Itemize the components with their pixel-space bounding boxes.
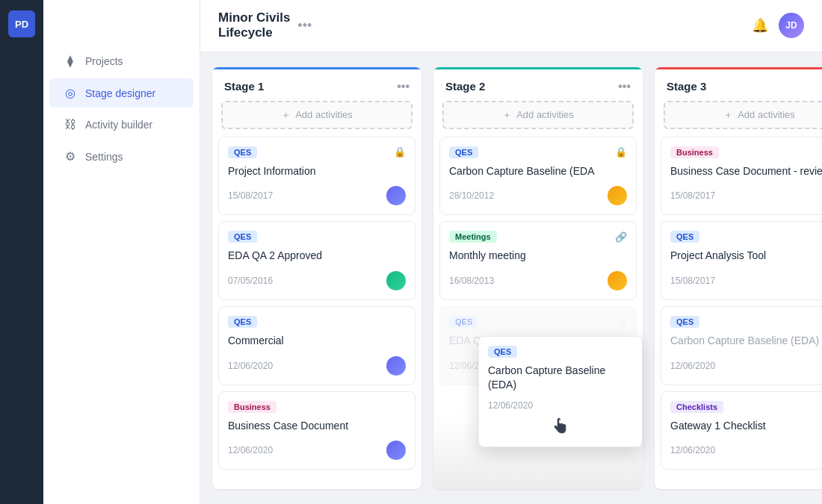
drag-tooltip-card: QES Carbon Capture Baseline (EDA) 12/06/… — [478, 336, 643, 447]
card-date: 12/06/2020 — [228, 361, 273, 371]
card-title: EDA QA 2 Approved — [228, 249, 406, 264]
link-icon: 🔗 — [615, 231, 627, 243]
col-more-stage1[interactable]: ••• — [397, 80, 410, 93]
avatar — [386, 271, 406, 290]
compass-icon: ◎ — [63, 86, 78, 100]
tag-qes: QES — [228, 146, 257, 158]
col-header-stage1: Stage 1 ••• — [212, 67, 421, 101]
tag-qes: QES — [228, 231, 257, 243]
user-avatar[interactable]: JD — [779, 13, 804, 38]
tag-qes: QES — [449, 316, 478, 328]
notification-bell-icon[interactable]: 🔔 — [752, 17, 768, 34]
card-title: Business Case Document - review — [670, 164, 822, 179]
sidebar-item-projects[interactable]: ⧫ Projects — [49, 46, 194, 75]
sidebar-item-projects-label: Projects — [85, 55, 123, 67]
card-date: 12/06/2020 — [670, 361, 715, 371]
card-title: Carbon Capture Baseline (EDA — [449, 164, 627, 179]
card-monthly-meeting[interactable]: Meetings 🔗 Monthly meeting 16/08/2013 — [439, 221, 637, 300]
plus-icon: ＋ — [281, 108, 291, 122]
kanban-column-stage1: Stage 1 ••• ＋ Add activities QES 🔒 Proje… — [212, 67, 421, 489]
link-icon: ⛓ — [63, 118, 78, 131]
card-date: 16/08/2013 — [449, 276, 494, 286]
plus-icon: ＋ — [723, 108, 733, 122]
card-carbon-capture-s2[interactable]: QES 🔒 Carbon Capture Baseline (EDA 28/10… — [439, 137, 637, 216]
card-title: Monthly meeting — [449, 249, 627, 264]
sidebar-item-activity-builder-label: Activity builder — [85, 119, 152, 131]
avatar — [608, 186, 627, 205]
tag-checklists: Checklists — [670, 401, 723, 413]
sidebar-item-stage-designer-label: Stage designer — [85, 87, 155, 99]
sidebar: PD — [0, 0, 43, 504]
kanban-board: Stage 1 ••• ＋ Add activities QES 🔒 Proje… — [200, 52, 822, 504]
card-gateway-checklist[interactable]: Checklists 🔒 Gateway 1 Checklist 12/06/2… — [661, 391, 822, 470]
card-project-analysis[interactable]: QES Project Analysis Tool 15/08/2017 — [661, 221, 822, 300]
tag-qes: QES — [449, 146, 478, 158]
cards-list-stage3: Business 🔒 Business Case Document - revi… — [655, 137, 822, 489]
add-activities-stage3[interactable]: ＋ Add activities — [664, 101, 822, 129]
card-carbon-capture-s3[interactable]: QES ••• Carbon Capture Baseline (EDA) 12… — [661, 306, 822, 385]
drag-tooltip-title: Carbon Capture Baseline (EDA) — [488, 364, 633, 393]
tag-meetings: Meetings — [449, 231, 497, 243]
layers-icon: ⧫ — [63, 54, 78, 68]
sidebar-item-stage-designer[interactable]: ◎ Stage designer — [49, 78, 194, 108]
main-area: Minor Civils Lifecycle ••• 🔔 JD Stage 1 … — [200, 0, 822, 504]
card-date: 15/08/2017 — [228, 190, 273, 201]
avatar — [386, 186, 406, 205]
drag-handle-icon: ⠿ — [619, 316, 627, 327]
card-project-information[interactable]: QES 🔒 Project Information 15/08/2017 — [218, 137, 415, 216]
sidebar-item-settings[interactable]: ⚙ Settings — [49, 142, 194, 171]
tag-qes: QES — [488, 346, 517, 358]
drag-cursor-icon — [550, 417, 571, 438]
header-right: 🔔 JD — [752, 13, 804, 38]
lock-icon: 🔒 — [615, 146, 627, 158]
plus-icon: ＋ — [502, 108, 512, 122]
app-title: Minor Civils Lifecycle — [218, 10, 290, 41]
col-more-stage2[interactable]: ••• — [618, 80, 631, 93]
header: Minor Civils Lifecycle ••• 🔔 JD — [200, 0, 822, 52]
gear-icon: ⚙ — [63, 149, 78, 164]
kanban-column-stage3: Stage 3 ••• ＋ Add activities Business 🔒 … — [655, 67, 822, 489]
card-date: 15/08/2017 — [670, 190, 715, 201]
card-date: 28/10/2012 — [449, 190, 494, 201]
header-more-button[interactable]: ••• — [297, 18, 312, 34]
left-nav: ⧫ Projects ◎ Stage designer ⛓ Activity b… — [43, 0, 200, 504]
card-title: Business Case Document — [228, 419, 406, 434]
tag-qes: QES — [670, 231, 699, 243]
card-eda-qa2-approved-s1[interactable]: QES EDA QA 2 Approved 07/05/2016 — [218, 221, 415, 300]
sidebar-item-settings-label: Settings — [85, 151, 123, 163]
card-date: 12/06/2020 — [228, 445, 273, 455]
card-commercial[interactable]: QES Commercial 12/06/2020 — [218, 306, 415, 385]
card-title: Carbon Capture Baseline (EDA) — [670, 334, 822, 349]
card-business-case-doc[interactable]: Business Business Case Document 12/06/20… — [218, 391, 415, 470]
avatar — [386, 441, 406, 460]
col-header-stage2: Stage 2 ••• — [433, 67, 643, 101]
card-date: 15/08/2017 — [670, 276, 715, 286]
card-date: 07/05/2016 — [228, 276, 273, 286]
card-date: 12/06/2020 — [670, 445, 715, 455]
lock-icon: 🔒 — [394, 146, 406, 158]
add-activities-stage1[interactable]: ＋ Add activities — [221, 101, 412, 129]
tag-qes: QES — [670, 316, 699, 328]
app-logo: PD — [8, 10, 35, 37]
col-header-stage3: Stage 3 ••• — [655, 67, 822, 101]
tag-qes: QES — [228, 316, 257, 328]
header-left: Minor Civils Lifecycle ••• — [218, 10, 312, 41]
drag-tooltip-date: 12/06/2020 — [488, 400, 533, 411]
card-title: Project Information — [228, 164, 406, 179]
tag-business: Business — [670, 146, 719, 158]
tag-business: Business — [228, 401, 276, 413]
add-activities-stage2[interactable]: ＋ Add activities — [442, 101, 634, 129]
sidebar-item-activity-builder[interactable]: ⛓ Activity builder — [49, 111, 194, 139]
card-title: Commercial — [228, 334, 406, 349]
avatar — [608, 271, 627, 290]
card-title: Project Analysis Tool — [670, 249, 822, 264]
card-business-case-review[interactable]: Business 🔒 Business Case Document - revi… — [661, 137, 822, 216]
card-title: Gateway 1 Checklist — [670, 419, 822, 434]
cards-list-stage1: QES 🔒 Project Information 15/08/2017 QES… — [212, 137, 421, 489]
avatar — [386, 356, 406, 376]
